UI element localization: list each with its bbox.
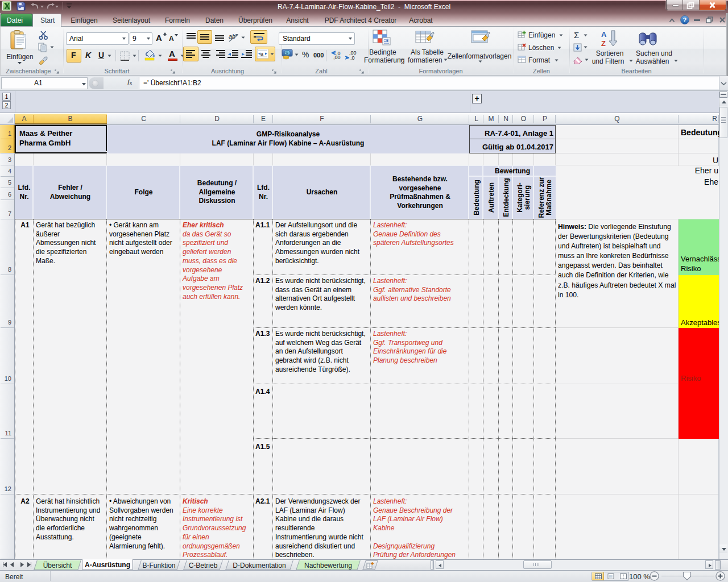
svg-text:,00: ,00 [333, 55, 341, 60]
svg-text:,0: ,0 [350, 55, 355, 60]
svg-text:A: A [601, 30, 607, 39]
svg-text:$: $ [286, 51, 288, 56]
svg-text:a: a [260, 51, 263, 57]
svg-text:Z: Z [601, 39, 606, 48]
svg-text:?: ? [683, 16, 687, 23]
